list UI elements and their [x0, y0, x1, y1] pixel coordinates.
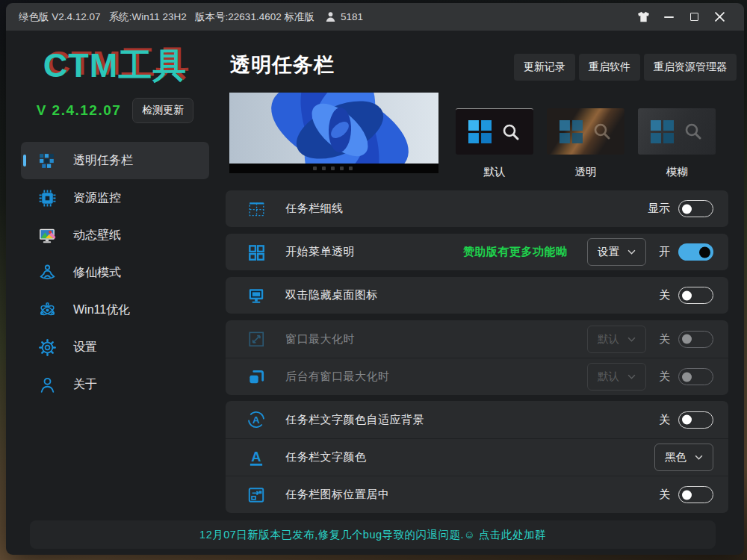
thinline-grid-icon	[247, 199, 266, 219]
sidebar-item-label: Win11优化	[73, 302, 130, 318]
sidebar-item-label: 关于	[73, 377, 97, 393]
mode-label: 默认	[456, 165, 533, 179]
sidebar-item-label: 修仙模式	[73, 265, 121, 281]
setting-card: A 任务栏文字颜色自适应背景 关 A 任务栏文字颜色 黑色	[226, 401, 728, 513]
svg-text:A: A	[251, 448, 261, 464]
app-logo: CTM工具	[6, 43, 224, 88]
window-maximized-toggle[interactable]	[678, 331, 713, 348]
mode-transparent[interactable]: 透明	[547, 108, 624, 179]
page-title: 透明任务栏	[230, 52, 335, 78]
gear-icon	[37, 337, 57, 357]
windows-logo-icon	[560, 120, 583, 143]
background-maximized-toggle[interactable]	[678, 368, 713, 385]
sidebar-item-win11-optimize[interactable]: Win11优化	[21, 291, 209, 329]
windows-logo-icon	[651, 120, 674, 143]
text-color-adaptive-toggle[interactable]	[678, 411, 713, 429]
row-taskbar-thinline: 任务栏细线 显示	[226, 190, 728, 227]
startmenu-settings-dropdown[interactable]: 设置	[587, 238, 646, 266]
sidebar-item-label: 动态壁纸	[73, 228, 121, 243]
row-text-color-adaptive: A 任务栏文字颜色自适应背景 关	[226, 401, 728, 438]
start-menu-icon	[247, 243, 266, 262]
sidebar-item-about[interactable]: 关于	[21, 366, 209, 403]
taskbar-mode-selector: 默认 透明	[456, 108, 716, 179]
update-log-button[interactable]: 更新记录	[514, 54, 575, 81]
overlapping-windows-icon	[247, 367, 266, 387]
row-center-taskbar-icons: 任务栏图标位置居中 关	[226, 476, 728, 513]
center-taskbar-icons-toggle[interactable]	[678, 486, 713, 503]
text-color-dropdown[interactable]: 黑色	[654, 444, 713, 471]
main-content: 透明任务栏 更新记录 重启软件 重启资源管理器	[224, 31, 744, 514]
center-icons-icon	[247, 485, 266, 505]
background-maximized-dropdown[interactable]: 默认	[587, 363, 646, 391]
sponsor-note: 赞助版有更多功能呦	[463, 245, 568, 259]
sidebar-item-resource-monitor[interactable]: 资源监控	[21, 179, 209, 217]
app-window: 绿色版 V2.4.12.07 系统:Win11 23H2 版本号:22631.4…	[6, 3, 744, 555]
row-startmenu-transparent: 开始菜单透明 赞助版有更多功能呦 设置 开	[226, 234, 728, 270]
titlebar: 绿色版 V2.4.12.07 系统:Win11 23H2 版本号:22631.4…	[6, 3, 744, 31]
hide-desktop-icons-toggle[interactable]	[678, 287, 713, 304]
row-window-maximized: 窗口最大化时 默认 关	[226, 320, 728, 358]
setting-card: 任务栏细线 显示	[226, 190, 728, 227]
mode-label: 模糊	[638, 165, 716, 179]
chevron-down-icon	[627, 374, 636, 379]
sidebar-item-label: 透明任务栏	[73, 153, 133, 169]
sidebar-item-dynamic-wallpaper[interactable]: 动态壁纸	[21, 217, 209, 254]
startmenu-toggle[interactable]	[678, 243, 713, 261]
sidebar-item-label: 设置	[73, 340, 97, 355]
search-icon	[592, 122, 612, 141]
text-color-icon: A	[247, 448, 266, 467]
version-text: V 2.4.12.07	[37, 102, 122, 119]
mode-blur[interactable]: 模糊	[638, 108, 716, 179]
restart-explorer-button[interactable]: 重启资源管理器	[644, 54, 737, 81]
resize-arrows-icon	[247, 329, 266, 349]
atom-icon	[37, 300, 57, 320]
minimize-button[interactable]	[656, 6, 681, 28]
selected-indicator	[23, 155, 26, 167]
row-hide-desktop-icons: 双击隐藏桌面图标 关	[226, 277, 728, 314]
online-user-count: 5181	[325, 11, 363, 22]
search-icon	[501, 122, 521, 142]
pixel-grid-icon	[37, 151, 57, 170]
theme-shirt-button[interactable]	[630, 6, 656, 28]
mode-label: 透明	[547, 165, 624, 179]
window-maximized-dropdown[interactable]: 默认	[587, 326, 646, 353]
meditation-icon	[37, 263, 57, 282]
status-text[interactable]: 12月07日新版本已发布,修复几个bug导致的闪退问题.☺ 点击此处加群	[199, 528, 546, 542]
thinline-toggle[interactable]	[678, 200, 713, 217]
auto-color-icon: A	[247, 410, 266, 429]
svg-text:A: A	[252, 414, 260, 426]
sidebar-item-label: 资源监控	[73, 190, 121, 206]
windows-logo-icon	[468, 120, 492, 143]
setting-card: 窗口最大化时 默认 关 后台有窗口最大化时	[226, 320, 728, 395]
chevron-down-icon	[627, 337, 636, 342]
titlebar-version-info: 绿色版 V2.4.12.07 系统:Win11 23H2 版本号:22631.4…	[19, 10, 314, 24]
restart-app-button[interactable]: 重启软件	[579, 54, 640, 81]
sidebar-item-transparent-taskbar[interactable]: 透明任务栏	[21, 142, 209, 179]
row-text-color: A 任务栏文字颜色 黑色	[226, 438, 728, 476]
search-icon	[684, 122, 703, 141]
chip-icon	[37, 188, 57, 208]
sidebar-menu: 透明任务栏 资源监控	[6, 142, 224, 403]
mode-default[interactable]: 默认	[456, 108, 533, 179]
sidebar: CTM工具 V 2.4.12.07 检测更新 透明任务栏	[6, 31, 224, 514]
person-icon	[37, 375, 57, 394]
check-update-button[interactable]: 检测更新	[132, 98, 193, 123]
status-announcement-bar[interactable]: 12月07日新版本已发布,修复几个bug导致的闪退问题.☺ 点击此处加群	[30, 520, 716, 549]
user-icon	[325, 11, 336, 22]
sidebar-item-settings[interactable]: 设置	[21, 329, 209, 366]
chevron-down-icon	[627, 249, 636, 255]
taskbar-preview-image	[229, 93, 438, 173]
row-background-window-maximized: 后台有窗口最大化时 默认 关	[226, 358, 728, 395]
sidebar-item-cultivation-mode[interactable]: 修仙模式	[21, 254, 209, 291]
wallpaper-icon	[37, 225, 57, 245]
monitor-icon	[247, 286, 266, 305]
chevron-down-icon	[695, 455, 703, 460]
close-button[interactable]	[707, 6, 732, 28]
setting-card: 双击隐藏桌面图标 关	[226, 277, 728, 314]
setting-card: 开始菜单透明 赞助版有更多功能呦 设置 开	[226, 234, 728, 270]
maximize-button[interactable]	[681, 6, 707, 28]
